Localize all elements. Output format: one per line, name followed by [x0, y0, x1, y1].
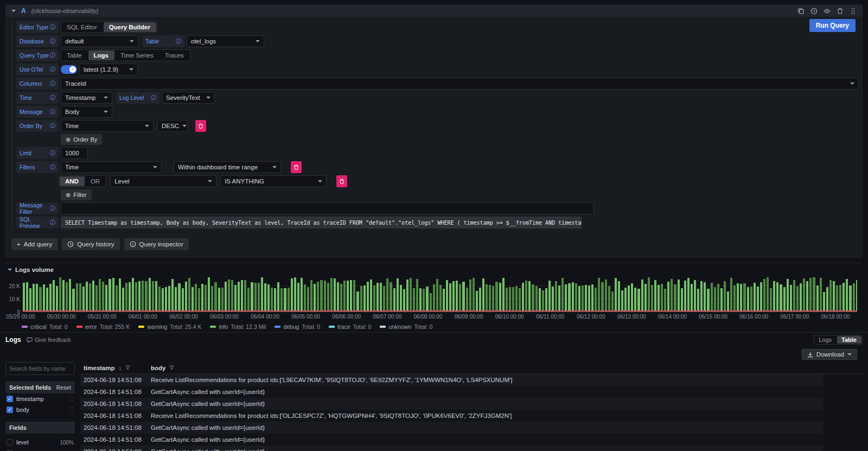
- comment-icon: [27, 337, 33, 343]
- timestamp-column-header[interactable]: timestamp: [84, 365, 115, 371]
- segment-option-time-series[interactable]: Time Series: [115, 50, 159, 61]
- segment-option-or[interactable]: OR: [85, 176, 106, 187]
- remove-order-by-button[interactable]: [195, 120, 206, 132]
- table-row[interactable]: 2024-06-18 14:51:08GetCartAsync called w…: [80, 398, 824, 410]
- segment-option-table[interactable]: Table: [837, 336, 861, 344]
- collapse-chevron-icon[interactable]: [8, 269, 12, 271]
- give-feedback-link[interactable]: Give feedback: [27, 336, 71, 343]
- logs-panel-title: Logs: [5, 336, 21, 344]
- use-otel-toggle[interactable]: ✓: [61, 65, 77, 74]
- filter-condition-select[interactable]: Within dashboard time range: [174, 161, 281, 173]
- segment-option-and[interactable]: AND: [60, 176, 85, 186]
- info-icon[interactable]: ⓘ: [50, 206, 55, 211]
- columns-multiselect[interactable]: TraceId: [61, 78, 859, 90]
- run-query-button[interactable]: Run Query: [809, 19, 856, 32]
- reset-button[interactable]: Reset: [56, 385, 71, 391]
- search-fields-input[interactable]: [5, 362, 75, 375]
- info-icon[interactable]: ⓘ: [50, 67, 55, 72]
- table-select[interactable]: otel_logs: [187, 35, 264, 47]
- message-filter-input[interactable]: [61, 202, 594, 214]
- query-history-icon[interactable]: [810, 7, 818, 15]
- segment-option-logs[interactable]: Logs: [88, 50, 114, 60]
- x-tick-label: 05/31 00:00: [88, 314, 117, 320]
- legend-swatch: [22, 326, 28, 328]
- legend-item-error[interactable]: errorTotal: 255 K: [76, 323, 130, 330]
- remove-filter2-button[interactable]: [336, 175, 347, 187]
- info-icon[interactable]: ⓘ: [50, 53, 55, 58]
- info-icon[interactable]: ⓘ: [50, 81, 55, 86]
- legend-item-trace[interactable]: traceTotal: 0: [329, 323, 371, 330]
- x-tick-label: 06/17 00:00: [780, 314, 809, 320]
- drag-handle-icon[interactable]: ⁚⁚: [69, 407, 74, 412]
- collapse-chevron-icon[interactable]: [11, 10, 16, 12]
- legend-item-critical[interactable]: criticalTotal: 0: [22, 323, 68, 330]
- chevron-down-icon: [206, 97, 210, 99]
- info-icon[interactable]: ⓘ: [151, 95, 156, 100]
- remove-query-trash-icon[interactable]: [836, 7, 844, 15]
- database-select[interactable]: default: [61, 35, 138, 47]
- order-by-direction-select[interactable]: DESC: [157, 120, 188, 132]
- datasource-name: (clickhouse-observability): [31, 8, 99, 14]
- table-row[interactable]: 2024-06-18 14:51:08Receive ListRecommend…: [80, 374, 824, 386]
- duplicate-query-icon[interactable]: [797, 7, 805, 15]
- x-tick-label: 06/04 00:00: [251, 314, 279, 320]
- legend-item-warning[interactable]: warningTotal: 25.4 K: [138, 323, 201, 330]
- add-filter-button[interactable]: ⊕Filter: [61, 189, 92, 200]
- field-checkbox[interactable]: ✓: [7, 396, 13, 402]
- log-level-select[interactable]: SeverityText: [162, 92, 215, 104]
- query-history-button[interactable]: Query history: [62, 238, 119, 250]
- body-column-header[interactable]: body: [151, 365, 165, 371]
- filter2-condition-select[interactable]: IS ANYTHING: [220, 175, 327, 187]
- legend-item-info[interactable]: infoTotal: 12.3 Mil: [210, 323, 266, 330]
- info-icon[interactable]: ⓘ: [50, 95, 55, 100]
- drag-handle-icon[interactable]: ⁚⁚: [69, 396, 74, 402]
- info-icon[interactable]: ⓘ: [50, 220, 55, 225]
- query-footer-buttons: +Add query Query history Query inspector: [11, 238, 857, 250]
- drag-handle-icon[interactable]: [849, 7, 857, 15]
- sort-desc-icon[interactable]: ↓: [119, 365, 122, 371]
- info-icon[interactable]: ⓘ: [50, 39, 55, 44]
- segment-option-logs[interactable]: Logs: [814, 335, 837, 344]
- remove-filter-button[interactable]: [291, 161, 302, 173]
- table-label: Tableⓘ: [142, 35, 184, 47]
- query-inspector-button[interactable]: Query inspector: [124, 238, 189, 250]
- add-query-button[interactable]: +Add query: [11, 238, 58, 250]
- chevron-down-icon: [130, 40, 134, 42]
- filter-funnel-icon[interactable]: [125, 365, 130, 370]
- download-button[interactable]: Download: [802, 349, 857, 360]
- segment-option-query-builder[interactable]: Query Builder: [104, 22, 156, 32]
- info-icon[interactable]: ⓘ: [50, 24, 55, 30]
- info-icon[interactable]: ⓘ: [50, 109, 55, 115]
- otel-version-select[interactable]: latest (1.2.9): [79, 63, 138, 75]
- field-checkbox[interactable]: ✓: [7, 406, 13, 413]
- chevron-down-icon: [104, 97, 108, 99]
- add-order-by-button[interactable]: ⊕Order By: [61, 134, 102, 145]
- filter-field-select[interactable]: Time: [61, 161, 162, 173]
- logs-table-body: 2024-06-18 14:51:08Receive ListRecommend…: [80, 374, 863, 451]
- field-checkbox[interactable]: [7, 439, 13, 446]
- table-row[interactable]: 2024-06-18 14:51:08Receive ListRecommend…: [80, 410, 824, 422]
- hide-response-eye-icon[interactable]: [823, 7, 831, 15]
- database-label: Databaseⓘ: [16, 35, 59, 47]
- table-row[interactable]: 2024-06-18 14:51:08GetCartAsync called w…: [80, 434, 824, 446]
- order-by-field-select[interactable]: Time: [61, 120, 154, 132]
- message-column-select[interactable]: Body: [61, 106, 112, 118]
- message-label: Messageⓘ: [16, 106, 59, 118]
- segment-option-traces[interactable]: Traces: [159, 50, 190, 61]
- filter-funnel-icon[interactable]: [169, 365, 174, 370]
- legend-item-debug[interactable]: debugTotal: 0: [275, 323, 320, 330]
- field-row-traceID: traceID100%: [5, 448, 75, 451]
- table-row[interactable]: 2024-06-18 14:51:08GetCartAsync called w…: [80, 422, 824, 434]
- limit-input[interactable]: [61, 147, 88, 159]
- info-icon[interactable]: ⓘ: [50, 164, 55, 170]
- segment-option-table[interactable]: Table: [61, 50, 88, 61]
- legend-item-unknown[interactable]: unknownTotal: 0: [380, 323, 432, 330]
- time-column-select[interactable]: Timestamp: [61, 92, 112, 104]
- table-row[interactable]: 2024-06-18 14:51:08GetCartAsync called w…: [80, 446, 824, 451]
- filter2-field-select[interactable]: Level: [110, 175, 216, 187]
- info-icon[interactable]: ⓘ: [176, 39, 181, 44]
- info-icon[interactable]: ⓘ: [50, 150, 55, 156]
- table-row[interactable]: 2024-06-18 14:51:08GetCartAsync called w…: [80, 386, 824, 398]
- info-icon[interactable]: ⓘ: [50, 123, 55, 129]
- segment-option-sql-editor[interactable]: SQL Editor: [61, 22, 103, 33]
